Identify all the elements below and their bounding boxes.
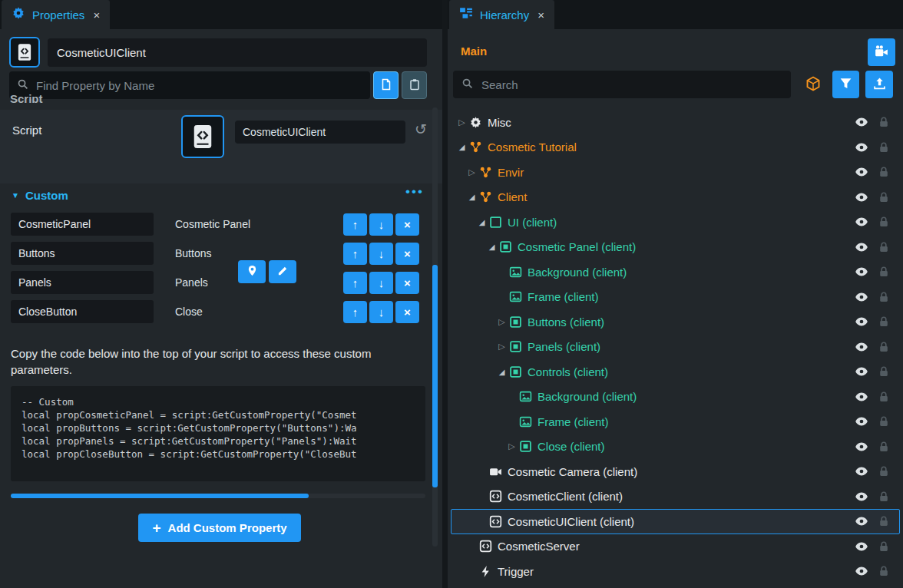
lock-icon[interactable]: [878, 491, 890, 503]
visibility-eye-icon[interactable]: [855, 165, 868, 179]
move-down-button[interactable]: ↓: [369, 213, 393, 236]
lock-icon[interactable]: [878, 241, 890, 253]
visibility-eye-icon[interactable]: [855, 140, 868, 154]
lock-icon[interactable]: [878, 465, 890, 477]
lock-icon[interactable]: [878, 315, 890, 328]
visibility-eye-icon[interactable]: [855, 390, 868, 404]
custom-property-name[interactable]: CosmeticPanel: [11, 213, 154, 236]
visibility-eye-icon[interactable]: [855, 265, 868, 279]
lock-icon[interactable]: [878, 415, 890, 428]
expand-triangle-icon[interactable]: ▷: [497, 342, 507, 352]
visibility-eye-icon[interactable]: [855, 215, 868, 229]
expand-triangle-icon[interactable]: ◢: [457, 143, 467, 151]
script-asset-icon[interactable]: [181, 115, 224, 158]
lock-icon[interactable]: [878, 515, 890, 527]
custom-property-name[interactable]: Panels: [11, 271, 154, 294]
visibility-eye-icon[interactable]: [855, 365, 868, 378]
lock-icon[interactable]: [878, 365, 890, 378]
lock-icon[interactable]: [878, 341, 890, 353]
vertical-scrollbar-thumb[interactable]: [432, 265, 438, 487]
custom-property-value[interactable]: Cosmetic Panel: [175, 218, 343, 230]
visibility-eye-icon[interactable]: [855, 415, 868, 428]
script-asset-value[interactable]: CosmeticUIClient: [235, 121, 405, 144]
lock-icon[interactable]: [878, 116, 890, 128]
visibility-eye-icon[interactable]: [855, 440, 868, 454]
expand-triangle-icon[interactable]: ◢: [467, 193, 477, 201]
custom-property-value[interactable]: Buttons: [175, 247, 343, 259]
reset-icon[interactable]: ↺: [415, 121, 427, 138]
close-icon[interactable]: ×: [538, 8, 544, 21]
overflow-menu-icon[interactable]: •••: [405, 184, 424, 200]
close-icon[interactable]: ×: [93, 8, 100, 21]
tree-row[interactable]: Background (client): [451, 385, 900, 410]
lock-icon[interactable]: [878, 191, 890, 203]
tree-row[interactable]: Cosmetic Camera (client): [451, 459, 900, 484]
lock-icon[interactable]: [878, 141, 890, 154]
hierarchy-search-input[interactable]: [480, 78, 782, 92]
publish-button[interactable]: [865, 71, 893, 98]
tree-row[interactable]: CosmeticUIClient (client): [451, 509, 900, 534]
lock-icon[interactable]: [878, 565, 890, 577]
expand-triangle-icon[interactable]: ◢: [477, 218, 487, 226]
delete-button[interactable]: ×: [395, 301, 419, 323]
visibility-eye-icon[interactable]: [855, 315, 868, 329]
tree-row[interactable]: Trigger: [451, 559, 900, 584]
expand-triangle-icon[interactable]: ▷: [497, 317, 507, 327]
tree-row[interactable]: ◢ Cosmetic Tutorial: [451, 135, 900, 160]
tree-row[interactable]: Background (client): [451, 259, 900, 285]
lock-icon[interactable]: [878, 216, 890, 228]
filter-button[interactable]: [832, 71, 859, 98]
visibility-eye-icon[interactable]: [855, 190, 868, 204]
move-up-button[interactable]: ↑: [343, 301, 367, 323]
lock-icon[interactable]: [878, 166, 890, 178]
move-up-button[interactable]: ↑: [343, 243, 367, 265]
tree-row[interactable]: ▷ Close (client): [451, 434, 900, 460]
film-camera-button[interactable]: [868, 38, 895, 66]
expand-triangle-icon[interactable]: ▷: [467, 167, 477, 177]
tree-row[interactable]: CosmeticServer: [451, 534, 900, 560]
visibility-eye-icon[interactable]: [855, 540, 868, 553]
custom-property-value[interactable]: Panels: [175, 276, 343, 289]
tree-row[interactable]: Frame (client): [451, 285, 900, 310]
custom-property-value[interactable]: Close: [175, 306, 343, 318]
delete-button[interactable]: ×: [395, 272, 419, 294]
move-down-button[interactable]: ↓: [369, 301, 393, 323]
delete-button[interactable]: ×: [395, 243, 419, 265]
tab-hierarchy[interactable]: Hierarchy ×: [449, 0, 554, 29]
visibility-eye-icon[interactable]: [855, 290, 868, 304]
chevron-down-icon[interactable]: ▼: [12, 191, 19, 200]
move-down-button[interactable]: ↓: [369, 243, 393, 265]
tab-properties[interactable]: Properties ×: [2, 0, 110, 29]
visibility-eye-icon[interactable]: [855, 464, 868, 478]
expand-triangle-icon[interactable]: ◢: [487, 243, 497, 251]
lock-icon[interactable]: [878, 291, 890, 303]
custom-section-header[interactable]: ▼ Custom •••: [0, 187, 442, 206]
copy-properties-button[interactable]: [373, 71, 399, 99]
paste-properties-button[interactable]: [402, 71, 427, 99]
find-property-input[interactable]: [35, 78, 362, 93]
tree-row[interactable]: CosmeticClient (client): [451, 484, 900, 510]
horizontal-scrollbar-thumb[interactable]: [11, 494, 309, 498]
object-cube-button[interactable]: [800, 72, 826, 97]
tree-row[interactable]: ▷ Panels (client): [451, 335, 900, 360]
tree-row[interactable]: ▷ Misc: [451, 110, 900, 135]
add-custom-property-button[interactable]: + Add Custom Property: [138, 514, 301, 542]
lock-icon[interactable]: [878, 391, 890, 403]
move-up-button[interactable]: ↑: [343, 213, 367, 236]
custom-property-name[interactable]: CloseButton: [11, 300, 154, 323]
lock-icon[interactable]: [878, 266, 890, 278]
tree-row[interactable]: ◢ Client: [451, 185, 900, 210]
visibility-eye-icon[interactable]: [855, 564, 868, 578]
visibility-eye-icon[interactable]: [855, 490, 868, 504]
tree-row[interactable]: Frame (client): [451, 409, 900, 434]
visibility-eye-icon[interactable]: [855, 340, 868, 354]
tree-row[interactable]: ◢ UI (client): [451, 210, 900, 235]
visibility-eye-icon[interactable]: [855, 115, 868, 129]
delete-button[interactable]: ×: [395, 213, 419, 236]
lock-icon[interactable]: [878, 441, 890, 453]
lock-icon[interactable]: [878, 540, 890, 553]
move-down-button[interactable]: ↓: [369, 272, 393, 294]
tree-row[interactable]: ◢ Cosmetic Panel (client): [451, 235, 900, 260]
custom-property-name[interactable]: Buttons: [11, 242, 154, 265]
expand-triangle-icon[interactable]: ◢: [497, 368, 507, 376]
